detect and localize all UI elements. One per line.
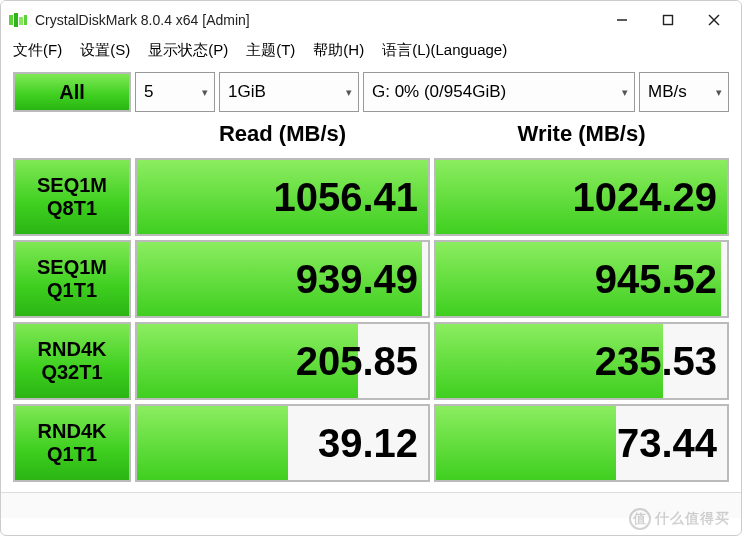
- app-icon: [9, 11, 27, 29]
- menu-help[interactable]: 帮助(H): [313, 41, 364, 60]
- read-value: 205.85: [296, 339, 418, 384]
- test-label-line2: Q1T1: [47, 443, 97, 466]
- result-row: SEQ1MQ8T11056.411024.29: [13, 158, 729, 236]
- menu-settings[interactable]: 设置(S): [80, 41, 130, 60]
- svg-rect-1: [14, 13, 18, 27]
- runs-dropdown[interactable]: 5 ▾: [135, 72, 215, 112]
- chevron-down-icon: ▾: [716, 86, 722, 99]
- chevron-down-icon: ▾: [202, 86, 208, 99]
- minimize-button[interactable]: [599, 4, 645, 36]
- write-value-cell: 235.53: [434, 322, 729, 400]
- runs-value: 5: [144, 82, 153, 102]
- main-panel: All 5 ▾ 1GiB ▾ G: 0% (0/954GiB) ▾ MB/s ▾…: [1, 66, 741, 492]
- menu-language[interactable]: 语言(L)(Language): [382, 41, 507, 60]
- test-label-line2: Q8T1: [47, 197, 97, 220]
- titlebar: CrystalDiskMark 8.0.4 x64 [Admin]: [1, 1, 741, 39]
- read-value-cell: 939.49: [135, 240, 430, 318]
- menu-theme[interactable]: 主题(T): [246, 41, 295, 60]
- svg-rect-5: [664, 16, 673, 25]
- result-row: RND4KQ32T1205.85235.53: [13, 322, 729, 400]
- maximize-button[interactable]: [645, 4, 691, 36]
- chevron-down-icon: ▾: [622, 86, 628, 99]
- status-bar: [1, 492, 741, 518]
- run-all-button[interactable]: All: [13, 72, 131, 112]
- test-label-line1: RND4K: [38, 420, 107, 443]
- svg-rect-3: [24, 15, 27, 25]
- read-value: 1056.41: [273, 175, 418, 220]
- read-header: Read (MB/s): [135, 114, 430, 154]
- write-value-cell: 945.52: [434, 240, 729, 318]
- write-value: 945.52: [595, 257, 717, 302]
- read-value: 939.49: [296, 257, 418, 302]
- test-button-seq1m-q8t1[interactable]: SEQ1MQ8T1: [13, 158, 131, 236]
- fill-bar: [137, 406, 288, 480]
- test-label-line2: Q32T1: [41, 361, 102, 384]
- test-button-rnd4k-q32t1[interactable]: RND4KQ32T1: [13, 322, 131, 400]
- unit-dropdown[interactable]: MB/s ▾: [639, 72, 729, 112]
- drive-dropdown[interactable]: G: 0% (0/954GiB) ▾: [363, 72, 635, 112]
- write-value: 1024.29: [572, 175, 717, 220]
- test-button-rnd4k-q1t1[interactable]: RND4KQ1T1: [13, 404, 131, 482]
- read-value-cell: 1056.41: [135, 158, 430, 236]
- menu-file[interactable]: 文件(F): [13, 41, 62, 60]
- svg-rect-0: [9, 15, 13, 25]
- menubar: 文件(F) 设置(S) 显示状态(P) 主题(T) 帮助(H) 语言(L)(La…: [1, 39, 741, 66]
- unit-value: MB/s: [648, 82, 687, 102]
- write-value-cell: 1024.29: [434, 158, 729, 236]
- controls-row: All 5 ▾ 1GiB ▾ G: 0% (0/954GiB) ▾ MB/s ▾: [13, 72, 729, 112]
- test-label-line1: SEQ1M: [37, 256, 107, 279]
- window-title: CrystalDiskMark 8.0.4 x64 [Admin]: [35, 12, 599, 28]
- size-dropdown[interactable]: 1GiB ▾: [219, 72, 359, 112]
- header-row: Read (MB/s) Write (MB/s): [13, 114, 729, 154]
- read-value: 39.12: [318, 421, 418, 466]
- write-value-cell: 73.44: [434, 404, 729, 482]
- drive-value: G: 0% (0/954GiB): [372, 82, 506, 102]
- result-row: RND4KQ1T139.1273.44: [13, 404, 729, 482]
- write-value: 235.53: [595, 339, 717, 384]
- write-value: 73.44: [617, 421, 717, 466]
- chevron-down-icon: ▾: [346, 86, 352, 99]
- write-header: Write (MB/s): [434, 114, 729, 154]
- menu-display[interactable]: 显示状态(P): [148, 41, 228, 60]
- close-button[interactable]: [691, 4, 737, 36]
- test-label-line1: SEQ1M: [37, 174, 107, 197]
- test-button-seq1m-q1t1[interactable]: SEQ1MQ1T1: [13, 240, 131, 318]
- size-value: 1GiB: [228, 82, 266, 102]
- read-value-cell: 39.12: [135, 404, 430, 482]
- test-label-line1: RND4K: [38, 338, 107, 361]
- read-value-cell: 205.85: [135, 322, 430, 400]
- svg-rect-2: [19, 17, 23, 25]
- result-row: SEQ1MQ1T1939.49945.52: [13, 240, 729, 318]
- test-label-line2: Q1T1: [47, 279, 97, 302]
- fill-bar: [436, 406, 616, 480]
